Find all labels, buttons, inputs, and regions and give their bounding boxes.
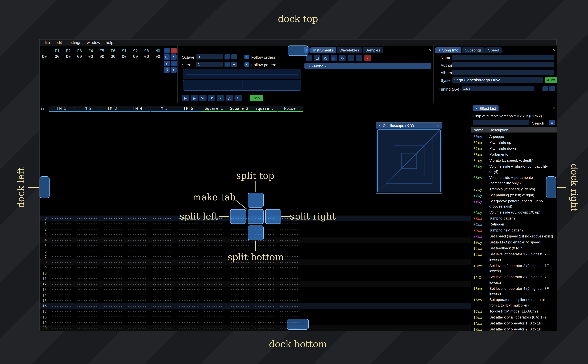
pattern-cell[interactable] xyxy=(201,306,227,306)
menu-file[interactable]: file xyxy=(42,40,53,45)
order-cell[interactable]: 00 xyxy=(130,54,141,59)
pattern-cell[interactable] xyxy=(75,251,100,252)
pattern-cell[interactable] xyxy=(201,273,227,273)
effect-search-input[interactable] xyxy=(473,120,529,125)
pattern-row-16[interactable]: 16 xyxy=(40,303,470,309)
pattern-cell[interactable] xyxy=(277,223,303,224)
pattern-cell[interactable] xyxy=(176,306,201,306)
pattern-cell[interactable] xyxy=(277,300,303,301)
channel-header-fm-5[interactable]: FM 5 xyxy=(151,106,176,112)
pattern-cell[interactable] xyxy=(75,306,100,306)
tab-speed[interactable]: Speed xyxy=(485,47,502,53)
pattern-row-10[interactable]: 10 xyxy=(40,271,470,276)
pattern-cell[interactable] xyxy=(201,256,227,257)
pattern-cell[interactable] xyxy=(151,234,176,235)
pattern-cell[interactable] xyxy=(125,306,151,306)
pattern-cell[interactable] xyxy=(75,223,100,224)
order-duplicate-to-end-button[interactable]: ⇊ xyxy=(171,61,177,66)
pattern-cell[interactable] xyxy=(227,306,252,306)
pattern-cell[interactable] xyxy=(252,245,277,246)
effect-row-11xx[interactable]: 11xxSet feedback (0 to 7) xyxy=(471,246,557,252)
pattern-cell[interactable] xyxy=(49,289,75,290)
pattern-cell[interactable] xyxy=(100,311,125,312)
pattern-cell[interactable] xyxy=(176,322,201,323)
pattern-cell[interactable] xyxy=(75,284,100,285)
pattern-row-11[interactable]: 11 xyxy=(40,276,470,281)
pattern-cell[interactable] xyxy=(100,289,125,290)
play-button[interactable]: ▶ xyxy=(182,95,189,101)
pattern-cell[interactable] xyxy=(49,284,75,285)
order-change-mode-button[interactable]: ⇅ xyxy=(164,67,170,73)
pattern-cell[interactable] xyxy=(49,245,75,246)
follow-pattern-checkbox[interactable]: ✓ xyxy=(244,62,249,67)
effect-row-08xy[interactable]: 08xySet panning (x: left; y: right) xyxy=(471,192,557,198)
pattern-cell[interactable] xyxy=(125,278,151,279)
order-move-down-button[interactable]: ∨ xyxy=(164,61,170,66)
effect-row-05xy[interactable]: 05xyVolume slide + vibrato (compatibilit… xyxy=(471,164,557,175)
pattern-cell[interactable] xyxy=(100,245,125,246)
pattern-cell[interactable] xyxy=(176,223,201,224)
pattern-cell[interactable] xyxy=(227,284,252,285)
pattern-cell[interactable] xyxy=(125,245,151,246)
system-auto-button[interactable]: Auto xyxy=(545,78,557,83)
instrument-move-down-button[interactable]: ↓ xyxy=(356,55,362,61)
pattern-cell[interactable] xyxy=(277,278,303,279)
pattern-cell[interactable] xyxy=(49,300,75,301)
pattern-cell[interactable] xyxy=(252,273,277,273)
pattern-cell[interactable] xyxy=(49,262,75,263)
pattern-cell[interactable] xyxy=(277,306,303,306)
order-cell[interactable]: 00 xyxy=(52,54,63,59)
pattern-cell[interactable] xyxy=(100,240,125,241)
collapse-arrow-icon[interactable]: ▼ xyxy=(438,49,441,51)
pattern-cell[interactable] xyxy=(227,251,252,252)
pattern-cell[interactable] xyxy=(151,256,176,257)
dock-right-target[interactable] xyxy=(546,176,556,198)
instrument-move-up-button[interactable]: ↑ xyxy=(348,55,354,61)
effect-row-19xx[interactable]: 19xxSet attack of all operators (0 to 1F… xyxy=(471,314,557,320)
pattern-cell[interactable] xyxy=(201,328,227,328)
pattern-cell[interactable] xyxy=(176,311,201,312)
pattern-cell[interactable] xyxy=(75,218,100,219)
pattern-cell[interactable] xyxy=(176,240,201,241)
pattern-cell[interactable] xyxy=(125,311,151,312)
pattern-cell[interactable] xyxy=(201,223,227,224)
pattern-row-12[interactable]: 12 xyxy=(40,281,470,287)
pattern-cell[interactable] xyxy=(151,251,176,252)
edit-record-button[interactable]: ● xyxy=(217,95,224,101)
pattern-cell[interactable] xyxy=(151,284,176,285)
channel-header-fm-3[interactable]: FM 3 xyxy=(100,106,125,112)
hamburger-menu-icon[interactable]: ≡ xyxy=(549,120,555,125)
pattern-cell[interactable] xyxy=(100,278,125,279)
pattern-cell[interactable] xyxy=(100,218,125,219)
step-row-button[interactable]: ▼ xyxy=(208,95,215,101)
pattern-cell[interactable] xyxy=(75,311,100,312)
channel-header-square-3[interactable]: Square 3 xyxy=(252,106,277,112)
pattern-cell[interactable] xyxy=(75,328,100,328)
pattern-cell[interactable] xyxy=(75,256,100,257)
pattern-cell[interactable] xyxy=(151,317,176,318)
pattern-cell[interactable] xyxy=(227,267,252,268)
order-row[interactable]: 0000000000000000000000 xyxy=(41,54,163,59)
pattern-cell[interactable] xyxy=(201,322,227,323)
pattern-cell[interactable] xyxy=(49,229,75,230)
instrument-folders-button[interactable]: ⚙ xyxy=(339,55,345,61)
pattern-cell[interactable] xyxy=(75,234,100,235)
order-add-button[interactable]: + xyxy=(164,48,170,53)
menu-window[interactable]: window xyxy=(84,40,103,45)
effect-row-10xy[interactable]: 10xySetup LFO (x: enable; y: speed) xyxy=(471,240,557,246)
pattern-cell[interactable] xyxy=(201,262,227,263)
pattern-cell[interactable] xyxy=(201,229,227,230)
order-cell[interactable]: 00 xyxy=(63,54,74,59)
split-left-target[interactable] xyxy=(230,209,246,224)
pattern-cell[interactable] xyxy=(176,234,201,235)
order-move-up-button[interactable]: ∧ xyxy=(171,54,177,60)
pattern-cell[interactable] xyxy=(227,322,252,323)
pattern-cell[interactable] xyxy=(151,223,176,224)
pattern-cell[interactable] xyxy=(176,273,201,273)
pattern-cell[interactable] xyxy=(125,223,151,224)
channel-header-fm-1[interactable]: FM 1 xyxy=(49,106,75,112)
tuning-increase-button[interactable]: + xyxy=(549,86,555,91)
order-col-f3[interactable]: F3 xyxy=(74,49,85,53)
pattern-cell[interactable] xyxy=(151,311,176,312)
pattern-cell[interactable] xyxy=(49,295,75,295)
